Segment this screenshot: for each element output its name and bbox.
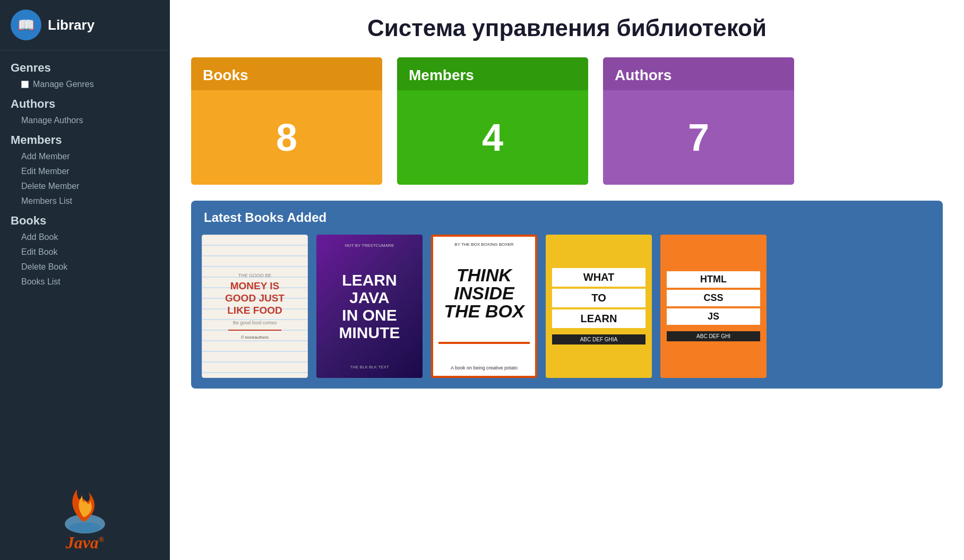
book-cover-what[interactable]: WHAT TO LEARN ABC DEF GHIA [546, 235, 652, 378]
java-label: Java® [66, 533, 105, 553]
sidebar-item-label: Members List [21, 196, 72, 206]
sidebar-item-label: Manage Authors [21, 116, 83, 125]
sidebar-item-add-member[interactable]: Add Member [0, 149, 170, 164]
book-4-word-learn: LEARN [552, 309, 645, 328]
book-1-subtitle: Be good food comes [233, 320, 277, 325]
book-icon: 📖 [18, 17, 35, 33]
sidebar-item-label: Manage Genres [33, 80, 94, 89]
book-4-word-to: TO [552, 289, 645, 307]
stat-card-authors-body: 7 [603, 90, 794, 185]
stat-card-books-label: Books [191, 57, 382, 90]
sidebar-item-delete-member[interactable]: Delete Member [0, 179, 170, 194]
sidebar-nav: Genres Manage Genres Authors Manage Auth… [0, 50, 170, 468]
sidebar-header: 📖 Library [0, 0, 170, 50]
svg-point-1 [69, 522, 101, 533]
book-1-content: THE GOOD BE MONEY IS GOOD JUST LIKE FOOD… [209, 242, 301, 371]
book-3-by: BY THE BOX BOXING BOXER [454, 242, 513, 247]
sidebar-section-members[interactable]: Members [0, 128, 170, 149]
sidebar: 📖 Library Genres Manage Genres Authors M… [0, 0, 170, 560]
java-flame-icon [56, 479, 114, 537]
sidebar-item-members-list[interactable]: Members List [0, 194, 170, 209]
stat-card-authors-label: Authors [603, 57, 794, 90]
book-1-title: MONEY IS GOOD JUST LIKE FOOD [217, 280, 292, 316]
book-4-word-what: WHAT [552, 268, 645, 287]
latest-books-section: Latest Books Added THE GOOD BE MONEY IS … [191, 201, 943, 389]
sidebar-item-label: Add Book [21, 232, 58, 242]
main-header: Система управления библиотекой [170, 0, 964, 52]
stat-card-books-count: 8 [276, 116, 297, 159]
book-3-line [438, 342, 530, 344]
main-content: Система управления библиотекой Books 8 M… [170, 0, 964, 560]
book-2-not-by: NOT BY TRESTCUMARE [324, 243, 415, 248]
books-carousel: THE GOOD BE MONEY IS GOOD JUST LIKE FOOD… [191, 235, 943, 378]
sidebar-item-label: Books List [21, 277, 61, 287]
sidebar-item-manage-authors[interactable]: Manage Authors [0, 113, 170, 128]
book-2-footer: THE BLK BLK TEXT [324, 365, 415, 369]
java-logo-section: Java® [0, 468, 170, 560]
stat-card-authors-count: 7 [688, 116, 709, 159]
app-logo: 📖 [11, 10, 41, 40]
app-title: Library [48, 17, 94, 33]
book-3-title: THINKINSIDETHE BOX [444, 266, 524, 320]
book-cover-think[interactable]: BY THE BOX BOXING BOXER THINKINSIDETHE B… [431, 235, 537, 378]
sidebar-item-edit-book[interactable]: Edit Book [0, 245, 170, 260]
stat-card-books-body: 8 [191, 90, 382, 185]
sidebar-item-label: Edit Book [21, 247, 57, 257]
book-5-word-css: CSS [667, 290, 760, 306]
stat-card-books[interactable]: Books 8 [191, 57, 382, 185]
latest-books-title: Latest Books Added [191, 201, 943, 235]
book-cover-html[interactable]: HTML CSS JS ABC DEF GHI [660, 235, 767, 378]
stats-row: Books 8 Members 4 Authors 7 [170, 52, 964, 201]
book-cover-money[interactable]: THE GOOD BE MONEY IS GOOD JUST LIKE FOOD… [202, 235, 308, 378]
book-3-sub: A book on being creative potato [451, 365, 518, 371]
sidebar-item-label: Edit Member [21, 167, 70, 176]
sidebar-item-label: Delete Book [21, 262, 67, 272]
sidebar-item-delete-book[interactable]: Delete Book [0, 260, 170, 274]
stat-card-authors[interactable]: Authors 7 [603, 57, 794, 185]
sidebar-section-genres[interactable]: Genres [0, 56, 170, 77]
book-1-small-top: THE GOOD BE [238, 273, 272, 278]
sidebar-item-label: Add Member [21, 152, 70, 161]
sidebar-section-authors[interactable]: Authors [0, 92, 170, 113]
book-4-author-bar: ABC DEF GHIA [552, 334, 645, 344]
page-title: Система управления библиотекой [191, 15, 943, 41]
stat-card-members[interactable]: Members 4 [397, 57, 588, 185]
sidebar-item-edit-member[interactable]: Edit Member [0, 164, 170, 179]
book-1-divider [228, 330, 281, 331]
sidebar-item-label: Delete Member [21, 182, 79, 191]
book-cover-java[interactable]: NOT BY TRESTCUMARE LEARNJAVAIN ONEMINUTE… [316, 235, 423, 378]
book-1-author: © bookauthers [241, 335, 269, 340]
sidebar-item-manage-genres[interactable]: Manage Genres [0, 77, 170, 92]
book-5-word-js: JS [667, 308, 760, 325]
checkbox-icon [21, 81, 29, 88]
stat-card-members-count: 4 [482, 116, 503, 159]
sidebar-section-books[interactable]: Books [0, 209, 170, 230]
stat-card-members-label: Members [397, 57, 588, 90]
book-2-title: LEARNJAVAIN ONEMINUTE [324, 251, 415, 361]
sidebar-item-add-book[interactable]: Add Book [0, 230, 170, 245]
sidebar-item-books-list[interactable]: Books List [0, 274, 170, 289]
stat-card-members-body: 4 [397, 90, 588, 185]
book-5-author-bar: ABC DEF GHI [667, 331, 760, 341]
book-5-word-html: HTML [667, 271, 760, 288]
